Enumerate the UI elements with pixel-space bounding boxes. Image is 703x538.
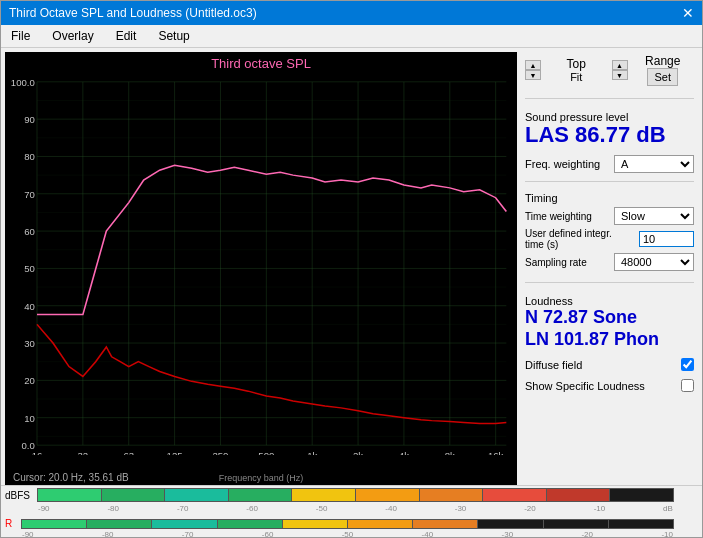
user-integr-input[interactable] [639,231,694,247]
svg-text:16: 16 [32,451,43,455]
svg-text:125: 125 [167,451,183,455]
range-spinner: ▲ ▼ [612,60,628,80]
sampling-rate-select[interactable]: 44100 48000 96000 [614,253,694,271]
svg-text:90: 90 [24,115,35,125]
level-meter-2: -90 -80 -70 -60 -50 -40 -30 -20 -10 [21,519,674,529]
fit-label[interactable]: Fit [570,71,582,83]
svg-text:100.0: 100.0 [11,78,35,88]
close-button[interactable]: ✕ [682,5,694,21]
svg-rect-0 [5,72,517,455]
freq-weighting-row: Freq. weighting A B C Z [525,155,694,173]
time-weighting-row: Time weighting Slow Fast Impulse [525,207,694,225]
level-bar-row-2: R [1,518,702,529]
svg-text:2k: 2k [353,451,364,455]
top-up-btn[interactable]: ▲ [525,60,541,70]
svg-text:10: 10 [24,414,35,424]
svg-text:0.0: 0.0 [22,441,35,451]
svg-text:32: 32 [78,451,89,455]
freq-weighting-select[interactable]: A B C Z [614,155,694,173]
svg-text:80: 80 [24,153,35,163]
menu-file[interactable]: File [5,27,36,45]
window-title: Third Octave SPL and Loudness (Untitled.… [9,6,257,20]
range-label: Range [645,54,680,68]
svg-text:1k: 1k [307,451,318,455]
top-controls: ▲ ▼ Top Fit ▲ ▼ Range Set [525,54,694,86]
cursor-info: Cursor: 20.0 Hz, 35.61 dB [13,472,129,483]
specific-loudness-row: Show Specific Loudness [525,379,694,392]
chart-area: Third octave SPL ARTA dB [5,52,517,485]
svg-text:16k: 16k [488,451,504,455]
bottom-bar: dBFS [1,485,702,537]
svg-text:20: 20 [24,377,35,387]
top-label: Top [567,57,586,71]
range-label-group: Range Set [632,54,695,86]
title-bar: Third Octave SPL and Loudness (Untitled.… [1,1,702,25]
svg-text:70: 70 [24,190,35,200]
user-integr-label: User defined integr. time (s) [525,228,620,250]
svg-text:8k: 8k [445,451,456,455]
chart-svg: 100.0 90 80 70 60 50 40 30 20 10 0.0 [5,72,517,455]
range-down-btn[interactable]: ▼ [612,70,628,80]
r-label: R [5,518,17,529]
user-integr-row: User defined integr. time (s) [525,228,694,250]
level-meter-1: -90 -80 -70 -60 -50 -40 -30 -20 -10 dB [37,488,674,502]
top-down-btn[interactable]: ▼ [525,70,541,80]
svg-text:250: 250 [212,451,228,455]
loudness-value2: LN 101.87 Phon [525,329,694,351]
range-up-btn[interactable]: ▲ [612,60,628,70]
timing-section: Timing Time weighting Slow Fast Impulse … [525,192,694,274]
timing-title: Timing [525,192,694,204]
svg-text:500: 500 [258,451,274,455]
svg-text:40: 40 [24,302,35,312]
menu-bar: File Overlay Edit Setup [1,25,702,48]
set-button[interactable]: Set [647,68,678,86]
svg-text:63: 63 [123,451,134,455]
svg-text:50: 50 [24,265,35,275]
chart-title: Third octave SPL [5,54,517,73]
menu-overlay[interactable]: Overlay [46,27,99,45]
top-spinner: ▲ ▼ [525,60,541,80]
specific-loudness-checkbox[interactable] [681,379,694,392]
main-window: Third Octave SPL and Loudness (Untitled.… [0,0,703,538]
divider-1 [525,98,694,99]
top-label-group: Top Fit [545,57,608,83]
divider-3 [525,282,694,283]
time-weighting-select[interactable]: Slow Fast Impulse [614,207,694,225]
right-panel: ▲ ▼ Top Fit ▲ ▼ Range Set Sou [517,48,702,485]
spl-value: LAS 86.77 dB [525,123,694,147]
main-content: Third octave SPL ARTA dB [1,48,702,485]
svg-text:30: 30 [24,339,35,349]
diffuse-field-label: Diffuse field [525,359,582,371]
menu-edit[interactable]: Edit [110,27,143,45]
sampling-rate-row: Sampling rate 44100 48000 96000 [525,253,694,271]
svg-text:60: 60 [24,227,35,237]
freq-weighting-label: Freq. weighting [525,158,600,170]
level-bar-row-1: dBFS [1,486,702,504]
specific-loudness-label: Show Specific Loudness [525,380,645,392]
time-weighting-label: Time weighting [525,211,592,222]
svg-text:4k: 4k [399,451,410,455]
loudness-value1: N 72.87 Sone [525,307,694,329]
divider-2 [525,181,694,182]
diffuse-field-row: Diffuse field [525,358,694,371]
diffuse-field-checkbox[interactable] [681,358,694,371]
loudness-section: Loudness N 72.87 Sone LN 101.87 Phon [525,295,694,350]
spl-section: Sound pressure level LAS 86.77 dB [525,107,694,147]
menu-setup[interactable]: Setup [152,27,195,45]
freq-band-label: Frequency band (Hz) [219,473,304,483]
dbfs-label: dBFS [5,490,33,501]
loudness-label: Loudness [525,295,694,307]
sampling-rate-label: Sampling rate [525,257,587,268]
